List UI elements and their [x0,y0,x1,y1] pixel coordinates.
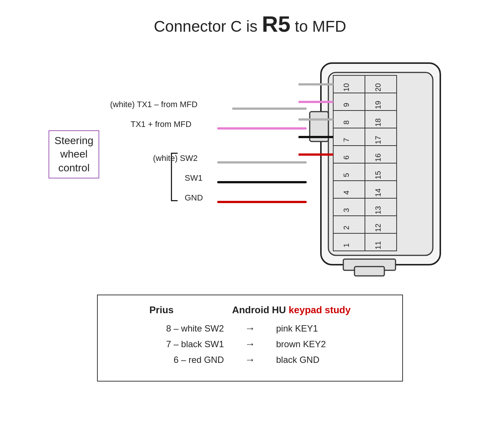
info-row-2: 6 – red GND → black GND [120,354,380,366]
pin-8: 8 [342,120,350,124]
info-row-1-arrow: → [245,338,255,350]
title-suffix: to MFD [290,18,346,35]
pin-16: 16 [374,153,382,162]
info-row-2-arrow: → [245,354,255,366]
connector-diagram: 10 9 8 7 6 5 4 3 2 1 20 19 18 17 16 15 1… [299,52,455,283]
info-row-0: 8 – white SW2 → pink KEY1 [120,323,380,335]
pin-9: 9 [342,103,350,107]
pin-17: 17 [374,136,382,144]
pin-18: 18 [374,118,382,127]
info-row-2-left: 6 – red GND [127,355,224,365]
info-col2-highlight: keypad study [289,304,351,315]
info-row-0-arrow: → [245,323,255,335]
wire-label-gnd: GND [185,193,203,203]
pin-4: 4 [342,190,350,195]
info-row-2-right: black GND [276,355,373,365]
pin-10: 10 [342,83,350,91]
title-prefix: Connector C is [154,18,262,35]
wire-label-sw1: SW1 [185,173,203,183]
pin-1: 1 [342,243,350,247]
info-row-1-left: 7 – black SW1 [127,339,224,349]
wire-tx1-plus [217,127,307,130]
wire-tx1-minus [232,108,307,110]
pin-13: 13 [374,206,382,214]
steering-wheel-control-box: Steering wheel control [49,130,99,178]
pin-3: 3 [342,208,350,212]
wire-gnd [217,201,307,203]
wire-sw2 [217,161,307,164]
pin-12: 12 [374,224,382,232]
page-title: Connector C is R5 to MFD [154,11,346,37]
diagram-area: Steering wheel control (white) TX1 – fro… [45,52,455,283]
pin-5: 5 [342,173,350,177]
pin-14: 14 [374,189,382,197]
wire-sw1 [217,181,307,183]
swc-line2: wheel [60,148,88,160]
svg-rect-4 [354,267,384,276]
info-col2-title: Android HU keypad study [232,304,351,316]
info-row-0-right: pink KEY1 [276,323,373,334]
pin-7: 7 [342,138,350,142]
title-bold: R5 [262,12,291,37]
pin-15: 15 [374,171,382,179]
pin-20: 20 [374,83,382,91]
info-row-1-right: brown KEY2 [276,339,373,349]
swc-line3: control [58,162,90,174]
info-col1-title: Prius [149,304,174,316]
info-row-1: 7 – black SW1 → brown KEY2 [120,338,380,350]
swc-line1: Steering [54,135,93,146]
pin-11: 11 [374,241,382,249]
info-row-0-left: 8 – white SW2 [127,323,224,334]
wire-label-sw2: (white) SW2 [153,153,198,163]
info-box: Prius Android HU keypad study 8 – white … [97,295,403,382]
pin-6: 6 [342,155,350,159]
page-container: Connector C is R5 to MFD Steering wheel … [0,0,500,448]
wire-label-tx1-plus: TX1 + from MFD [131,119,191,129]
pin-2: 2 [342,225,350,230]
pin-19: 19 [374,101,382,109]
info-box-header: Prius Android HU keypad study [120,304,380,316]
wire-label-tx1-minus: (white) TX1 – from MFD [110,100,197,109]
